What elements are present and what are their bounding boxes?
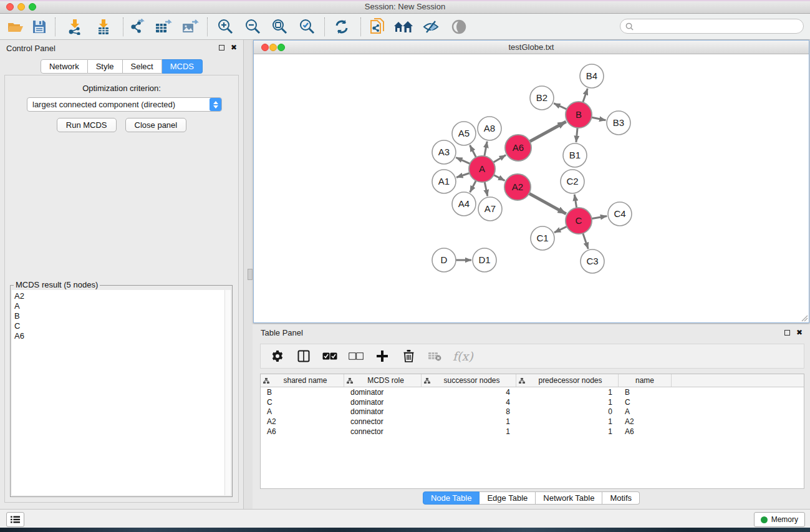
graph-node-C[interactable]: C bbox=[566, 208, 592, 234]
table-tab-network-table[interactable]: Network Table bbox=[536, 491, 602, 505]
network-canvas[interactable]: B4B2BB3A8A5A6A3B1AA1C2A2A4A7C4CC1DD1C3 bbox=[254, 54, 808, 322]
cell: 0 bbox=[516, 407, 619, 416]
zoom-out-icon[interactable] bbox=[242, 17, 263, 37]
table-body: Bdominator41BCdominator41CAdominator80AA… bbox=[261, 387, 804, 436]
table-settings-gear-icon[interactable] bbox=[269, 348, 286, 364]
search-input[interactable] bbox=[637, 21, 798, 31]
import-table-icon[interactable] bbox=[93, 17, 114, 37]
graph-node-A5[interactable]: A5 bbox=[452, 122, 476, 145]
show-column-icon[interactable] bbox=[296, 348, 312, 364]
graph-node-C2[interactable]: C2 bbox=[561, 170, 584, 193]
graph-node-A3[interactable]: A3 bbox=[432, 140, 456, 164]
table-row-B[interactable]: Bdominator41B bbox=[261, 387, 804, 397]
graph-node-D[interactable]: D bbox=[432, 248, 456, 272]
graph-node-C1[interactable]: C1 bbox=[531, 226, 554, 250]
zoom-selected-icon[interactable] bbox=[296, 17, 317, 37]
svg-text:B2: B2 bbox=[536, 92, 547, 103]
table-tab-node-table[interactable]: Node Table bbox=[423, 491, 480, 505]
splitter-handle[interactable] bbox=[248, 269, 253, 280]
table-float-panel-icon[interactable] bbox=[784, 330, 790, 336]
zoom-in-icon[interactable] bbox=[215, 17, 236, 37]
show-graphics-details-icon[interactable] bbox=[448, 17, 470, 37]
window-title: Session: New Session bbox=[0, 2, 810, 11]
graph-node-B1[interactable]: B1 bbox=[563, 143, 587, 167]
table-close-panel-icon[interactable]: ✖ bbox=[796, 327, 803, 337]
graph-node-A6[interactable]: A6 bbox=[505, 135, 531, 161]
delete-table-disabled-icon bbox=[427, 348, 443, 364]
criterion-select[interactable]: largest connected component (directed) bbox=[27, 97, 222, 112]
control-panel-tabs: NetworkStyleSelectMCDS bbox=[0, 59, 243, 74]
refresh-layout-icon[interactable] bbox=[331, 17, 352, 37]
graph-node-B3[interactable]: B3 bbox=[607, 111, 630, 135]
search-box[interactable] bbox=[620, 19, 804, 34]
cell: 4 bbox=[422, 398, 516, 407]
result-list-item[interactable]: A bbox=[14, 301, 224, 311]
graph-node-A8[interactable]: A8 bbox=[478, 117, 501, 140]
column-header-name[interactable]: name bbox=[619, 374, 672, 387]
hide-graphics-details-icon[interactable] bbox=[420, 17, 441, 37]
cell: A2 bbox=[619, 417, 672, 426]
import-network-icon[interactable] bbox=[64, 17, 85, 37]
add-column-icon[interactable] bbox=[374, 348, 390, 364]
task-history-button[interactable] bbox=[6, 512, 24, 527]
unselect-all-columns-icon[interactable] bbox=[348, 348, 364, 364]
graph-node-A[interactable]: A bbox=[469, 156, 495, 182]
criterion-select-value: largest connected component (directed) bbox=[27, 100, 210, 109]
save-session-icon[interactable] bbox=[29, 17, 50, 37]
export-table-icon[interactable] bbox=[153, 17, 174, 37]
graph-node-A2[interactable]: A2 bbox=[504, 174, 531, 200]
network-frame-title: testGlobe.txt bbox=[254, 42, 809, 52]
graph-node-D1[interactable]: D1 bbox=[473, 248, 496, 272]
frame-resize-grip[interactable] bbox=[801, 314, 808, 322]
column-header-shared-name[interactable]: shared name bbox=[261, 374, 344, 387]
function-builder-icon: f(x) bbox=[453, 349, 473, 363]
mcds-result-list[interactable]: A2ABCA6 bbox=[12, 290, 224, 495]
tab-mcds[interactable]: MCDS bbox=[162, 59, 203, 74]
column-header-predecessor-nodes[interactable]: predecessor nodes bbox=[516, 374, 619, 387]
graph-node-B4[interactable]: B4 bbox=[580, 64, 604, 88]
home-views-icon[interactable] bbox=[393, 17, 414, 37]
result-list-item[interactable]: C bbox=[14, 321, 224, 331]
graph-node-A1[interactable]: A1 bbox=[432, 170, 456, 193]
cell: A2 bbox=[261, 417, 344, 426]
select-all-columns-icon[interactable] bbox=[322, 348, 338, 364]
table-row-A2[interactable]: A2connector11A2 bbox=[261, 417, 804, 427]
tab-network[interactable]: Network bbox=[41, 59, 88, 74]
column-header-successor-nodes[interactable]: successor nodes bbox=[422, 374, 516, 387]
graph-node-B[interactable]: B bbox=[566, 102, 592, 128]
table-tab-motifs[interactable]: Motifs bbox=[602, 491, 640, 505]
graph-node-B2[interactable]: B2 bbox=[530, 86, 554, 110]
graph-node-C3[interactable]: C3 bbox=[581, 249, 604, 273]
export-image-icon[interactable] bbox=[180, 17, 201, 37]
svg-text:B3: B3 bbox=[613, 117, 624, 128]
export-network-icon[interactable] bbox=[127, 17, 148, 37]
cell: A6 bbox=[261, 427, 344, 436]
result-list-item[interactable]: B bbox=[14, 311, 224, 321]
result-list-item[interactable]: A2 bbox=[14, 291, 224, 301]
network-from-document-icon[interactable] bbox=[367, 17, 388, 37]
svg-text:A: A bbox=[479, 163, 485, 174]
column-header-MCDS-role[interactable]: MCDS role bbox=[344, 374, 422, 387]
memory-button-label: Memory bbox=[771, 515, 798, 524]
close-panel-button[interactable]: Close panel bbox=[125, 118, 187, 132]
table-row-C[interactable]: Cdominator41C bbox=[261, 397, 804, 407]
table-row-A[interactable]: Adominator80A bbox=[261, 407, 804, 417]
graph-node-A4[interactable]: A4 bbox=[452, 192, 476, 216]
tab-select[interactable]: Select bbox=[123, 59, 162, 74]
float-panel-icon[interactable] bbox=[219, 45, 224, 51]
delete-column-icon[interactable] bbox=[400, 348, 417, 364]
cell: connector bbox=[344, 417, 422, 426]
close-panel-icon[interactable]: ✖ bbox=[231, 42, 237, 52]
tab-style[interactable]: Style bbox=[88, 59, 123, 74]
table-row-A6[interactable]: A6connector11A6 bbox=[261, 427, 804, 437]
run-mcds-button[interactable]: Run MCDS bbox=[57, 118, 117, 132]
table-tab-edge-table[interactable]: Edge Table bbox=[480, 491, 536, 505]
zoom-fit-icon[interactable] bbox=[269, 17, 290, 37]
open-session-icon[interactable] bbox=[5, 17, 26, 37]
graph-node-A7[interactable]: A7 bbox=[478, 197, 502, 221]
network-frame-titlebar[interactable]: testGlobe.txt bbox=[254, 41, 809, 54]
graph-node-C4[interactable]: C4 bbox=[608, 202, 632, 226]
result-list-scrollbar[interactable] bbox=[224, 290, 231, 495]
result-list-item[interactable]: A6 bbox=[14, 331, 224, 341]
memory-button[interactable]: Memory bbox=[754, 512, 805, 527]
